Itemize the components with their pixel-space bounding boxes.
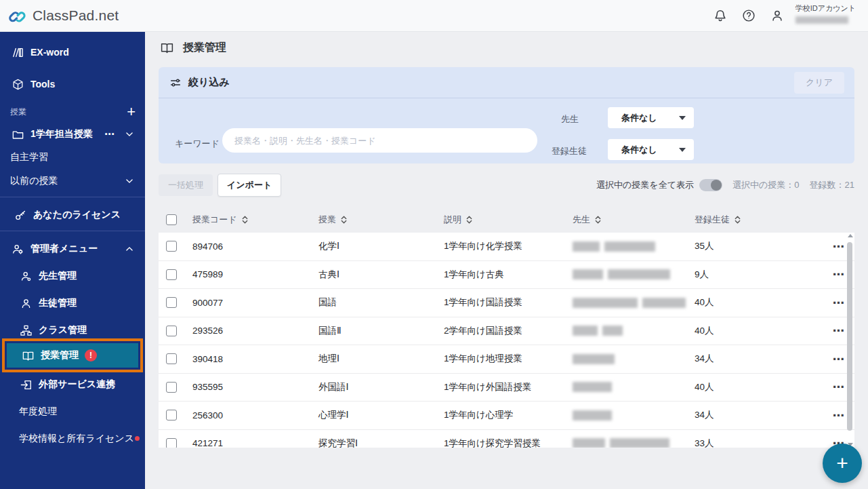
chevron-down-icon[interactable] xyxy=(125,130,134,139)
row-checkbox[interactable] xyxy=(166,438,177,448)
sidebar-item-label: 以前の授業 xyxy=(10,175,58,187)
sidebar-item-admin-menu[interactable]: 管理者メニュー xyxy=(0,239,145,259)
sort-icon[interactable] xyxy=(734,215,741,224)
cell-students: 40人 xyxy=(695,325,783,337)
external-link-box-icon xyxy=(20,378,33,391)
filter-title: 絞り込み xyxy=(169,76,230,89)
chevron-down-icon[interactable] xyxy=(125,176,134,186)
selected-count: 選択中の授業：0 xyxy=(732,179,800,191)
cell-students: 34人 xyxy=(695,409,783,421)
row-checkbox[interactable] xyxy=(166,269,177,280)
sidebar-item-tools[interactable]: Tools xyxy=(0,74,145,94)
chevron-up-icon[interactable] xyxy=(125,244,134,254)
sidebar-divider xyxy=(0,231,145,231)
sidebar-item-external-service[interactable]: 外部サービス連携 xyxy=(0,374,145,395)
tools-cube-icon xyxy=(12,78,24,91)
sidebar-item-lesson-mgmt-highlight: 授業管理 ! xyxy=(2,338,143,372)
cell-students: 40人 xyxy=(695,381,783,393)
cell-code: 475989 xyxy=(192,269,318,279)
cell-teacher-redacted xyxy=(573,241,695,252)
cell-description: 1学年向け化学授業 xyxy=(444,240,573,252)
column-header-teacher[interactable]: 先生 xyxy=(573,214,695,226)
add-class-fab-button[interactable]: + xyxy=(823,444,862,483)
sort-icon[interactable] xyxy=(340,215,348,224)
sidebar-item-your-license[interactable]: あなたのライセンス xyxy=(0,205,145,225)
sidebar-item-self-study[interactable]: 自主学習 xyxy=(0,147,145,168)
class-folder-options-button[interactable]: ⋯ xyxy=(104,128,115,140)
column-header-subject[interactable]: 授業 xyxy=(318,214,444,226)
table-row[interactable]: 390418 地理Ⅰ 1学年向け地理授業 34人 ⋯ xyxy=(159,345,854,374)
table-row[interactable]: 293526 国語Ⅱ 2学年向け国語授業 40人 ⋯ xyxy=(159,317,854,346)
row-checkbox[interactable] xyxy=(166,241,177,252)
cell-code: 935595 xyxy=(192,382,318,392)
table-row[interactable]: 900077 国語 1学年向け国語授業 40人 ⋯ xyxy=(159,289,854,317)
cell-teacher-redacted xyxy=(573,354,695,364)
cell-students: 40人 xyxy=(695,296,783,309)
table-row[interactable]: 256300 心理学Ⅰ 1学年向け心理学 34人 ⋯ xyxy=(159,402,854,430)
keyword-search-input[interactable] xyxy=(222,128,537,153)
sidebar-item-label: 学校情報と所有ライセンス xyxy=(19,433,134,445)
sidebar-item-school-info[interactable]: 学校情報と所有ライセンス xyxy=(0,429,145,449)
sort-icon[interactable] xyxy=(466,215,473,224)
page-title: 授業管理 xyxy=(160,41,226,55)
add-class-button[interactable]: + xyxy=(127,105,136,119)
cell-subject: 心理学Ⅰ xyxy=(318,409,444,421)
table-row[interactable]: 935595 外国語Ⅰ 1学年向け外国語授業 40人 ⋯ xyxy=(159,374,854,402)
sidebar-divider xyxy=(0,197,145,197)
table-row[interactable]: 475989 古典Ⅰ 1学年向け古典 9人 ⋯ xyxy=(159,261,854,290)
students-filter-dropdown[interactable]: 条件なし xyxy=(608,139,694,160)
sidebar-item-label: 授業管理 xyxy=(41,349,79,361)
column-header-code[interactable]: 授業コード xyxy=(192,214,318,226)
import-button[interactable]: インポート xyxy=(218,174,281,197)
sidebar-item-student-mgmt[interactable]: 生徒管理 xyxy=(0,293,145,313)
cell-subject: 探究学習Ⅰ xyxy=(318,437,444,448)
sidebar-item-label: クラス管理 xyxy=(39,324,87,336)
sidebar-item-year-process[interactable]: 年度処理 xyxy=(0,402,145,422)
sidebar-item-lesson-mgmt[interactable]: 授業管理 ! xyxy=(7,343,138,368)
row-checkbox[interactable] xyxy=(166,410,177,420)
row-checkbox[interactable] xyxy=(166,297,177,308)
filter-panel: 絞り込み クリア キーワード 先生 登録生徒 条件なし 条件なし xyxy=(159,67,854,163)
sidebar-item-class-mgmt[interactable]: クラス管理 xyxy=(0,320,145,340)
sidebar-section-classes: 授業 + xyxy=(0,102,145,122)
sidebar-item-label: あなたのライセンス xyxy=(33,209,121,221)
scroll-up-arrow[interactable] xyxy=(848,234,853,237)
sidebar-item-class-folder[interactable]: 1学年担当授業 ⋯ xyxy=(0,124,145,144)
table-row[interactable]: 421271 探究学習Ⅰ 1学年向け探究学習授業 33人 ⋯ xyxy=(159,430,854,448)
sort-icon[interactable] xyxy=(594,215,602,224)
exword-dictionary-icon xyxy=(12,46,24,59)
row-checkbox[interactable] xyxy=(166,326,177,336)
row-checkbox[interactable] xyxy=(166,382,177,393)
clear-filter-button[interactable]: クリア xyxy=(794,72,844,94)
classpad-app: ClassPad.net 学校IDアカウント EX-word Tools 授業 … xyxy=(0,0,868,489)
table-row[interactable]: 894706 化学Ⅰ 1学年向け化学授業 35人 ⋯ xyxy=(159,233,854,261)
batch-process-button[interactable]: 一括処理 xyxy=(159,174,213,196)
sort-icon[interactable] xyxy=(241,215,249,224)
notification-bell-icon[interactable] xyxy=(713,8,728,23)
table-scrollbar[interactable] xyxy=(846,234,854,446)
help-icon[interactable] xyxy=(741,8,756,23)
student-person-icon xyxy=(20,297,33,310)
teacher-filter-dropdown[interactable]: 条件なし xyxy=(608,107,694,128)
scrollbar-thumb[interactable] xyxy=(847,242,852,431)
sidebar-item-exword[interactable]: EX-word xyxy=(0,42,145,62)
select-all-checkbox[interactable] xyxy=(166,214,177,225)
logo-text: ClassPad.net xyxy=(33,7,119,24)
sidebar-item-teacher-mgmt[interactable]: 先生管理 xyxy=(0,266,145,286)
sidebar-item-previous-classes[interactable]: 以前の授業 xyxy=(0,171,145,191)
show-selected-toggle[interactable] xyxy=(699,179,722,191)
keyword-label: キーワード xyxy=(175,138,220,150)
user-account-icon[interactable] xyxy=(770,8,785,23)
account-info[interactable]: 学校IDアカウント xyxy=(795,5,856,26)
cell-teacher-redacted xyxy=(573,326,695,336)
column-header-students[interactable]: 登録生徒 xyxy=(695,214,783,226)
classpad-logo[interactable]: ClassPad.net xyxy=(0,7,119,24)
caret-down-icon xyxy=(679,116,686,120)
row-checkbox[interactable] xyxy=(166,353,177,364)
students-filter-label: 登録生徒 xyxy=(552,145,587,157)
sidebar-item-label: 外部サービス連携 xyxy=(39,378,115,391)
dropdown-selected-value: 条件なし xyxy=(621,112,657,124)
cell-code: 900077 xyxy=(192,298,318,308)
notification-dot xyxy=(135,436,140,441)
column-header-description[interactable]: 説明 xyxy=(444,214,573,226)
